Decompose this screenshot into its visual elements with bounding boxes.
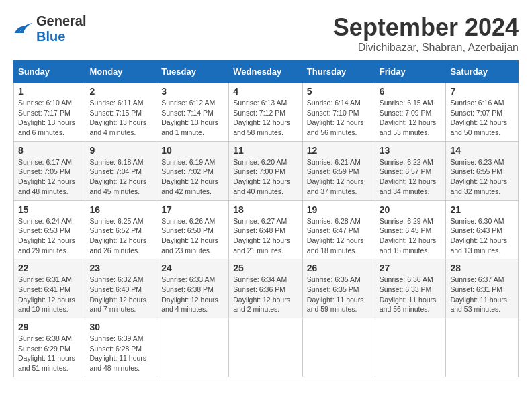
day-info: Sunrise: 6:10 AMSunset: 7:17 PMDaylight:… (18, 98, 81, 138)
calendar-day-cell: 11Sunrise: 6:20 AMSunset: 7:00 PMDayligh… (229, 141, 303, 200)
calendar-day-cell: 5Sunrise: 6:14 AMSunset: 7:10 PMDaylight… (302, 83, 375, 142)
calendar-day-cell: 17Sunrise: 6:26 AMSunset: 6:50 PMDayligh… (157, 200, 229, 259)
calendar-day-cell: 20Sunrise: 6:29 AMSunset: 6:45 PMDayligh… (375, 200, 446, 259)
day-number: 14 (450, 145, 514, 156)
empty-cell (229, 318, 303, 377)
calendar-day-cell: 4Sunrise: 6:13 AMSunset: 7:12 PMDaylight… (229, 83, 303, 142)
day-number: 21 (450, 204, 514, 215)
month-title: September 2024 (333, 13, 519, 42)
day-info: Sunrise: 6:20 AMSunset: 7:00 PMDaylight:… (233, 157, 298, 197)
day-info: Sunrise: 6:30 AMSunset: 6:43 PMDaylight:… (450, 216, 514, 256)
calendar-day-cell: 13Sunrise: 6:22 AMSunset: 6:57 PMDayligh… (375, 141, 446, 200)
day-number: 25 (233, 263, 298, 273)
day-number: 19 (307, 204, 371, 215)
day-info: Sunrise: 6:16 AMSunset: 7:07 PMDaylight:… (450, 98, 514, 138)
day-number: 30 (89, 322, 152, 332)
day-info: Sunrise: 6:12 AMSunset: 7:14 PMDaylight:… (161, 98, 224, 138)
day-info: Sunrise: 6:18 AMSunset: 7:04 PMDaylight:… (89, 157, 152, 197)
day-info: Sunrise: 6:27 AMSunset: 6:48 PMDaylight:… (233, 216, 298, 256)
day-number: 26 (307, 263, 371, 273)
day-info: Sunrise: 6:24 AMSunset: 6:53 PMDaylight:… (18, 216, 81, 256)
calendar-day-cell: 18Sunrise: 6:27 AMSunset: 6:48 PMDayligh… (229, 200, 303, 259)
calendar-day-cell: 19Sunrise: 6:28 AMSunset: 6:47 PMDayligh… (302, 200, 375, 259)
day-info: Sunrise: 6:11 AMSunset: 7:15 PMDaylight:… (89, 98, 152, 138)
calendar-day-cell: 25Sunrise: 6:34 AMSunset: 6:36 PMDayligh… (229, 259, 303, 318)
header-thursday: Thursday (302, 61, 375, 83)
location-text: Divichibazar, Shabran, Azerbaijan (333, 42, 519, 54)
calendar-week-row: 22Sunrise: 6:31 AMSunset: 6:41 PMDayligh… (14, 259, 519, 318)
calendar-day-cell: 29Sunrise: 6:38 AMSunset: 6:29 PMDayligh… (14, 318, 85, 377)
calendar-day-cell: 24Sunrise: 6:33 AMSunset: 6:38 PMDayligh… (157, 259, 229, 318)
day-info: Sunrise: 6:14 AMSunset: 7:10 PMDaylight:… (307, 98, 371, 138)
day-number: 8 (18, 145, 81, 156)
day-number: 15 (18, 204, 81, 215)
calendar-table: SundayMondayTuesdayWednesdayThursdayFrid… (13, 60, 519, 377)
calendar-day-cell: 3Sunrise: 6:12 AMSunset: 7:14 PMDaylight… (157, 83, 229, 142)
calendar-week-row: 1Sunrise: 6:10 AMSunset: 7:17 PMDaylight… (14, 83, 519, 142)
day-info: Sunrise: 6:19 AMSunset: 7:02 PMDaylight:… (161, 157, 224, 197)
calendar-day-cell: 15Sunrise: 6:24 AMSunset: 6:53 PMDayligh… (14, 200, 85, 259)
header-sunday: Sunday (14, 61, 85, 83)
day-number: 18 (233, 204, 298, 215)
calendar-day-cell: 7Sunrise: 6:16 AMSunset: 7:07 PMDaylight… (446, 83, 519, 142)
day-info: Sunrise: 6:37 AMSunset: 6:31 PMDaylight:… (450, 275, 514, 314)
day-number: 23 (89, 263, 152, 273)
day-number: 3 (161, 86, 224, 97)
day-info: Sunrise: 6:26 AMSunset: 6:50 PMDaylight:… (161, 216, 224, 256)
day-number: 12 (307, 145, 371, 156)
header-monday: Monday (85, 61, 157, 83)
calendar-day-cell: 23Sunrise: 6:32 AMSunset: 6:40 PMDayligh… (85, 259, 157, 318)
day-info: Sunrise: 6:32 AMSunset: 6:40 PMDaylight:… (89, 275, 152, 314)
empty-cell (446, 318, 519, 377)
header-saturday: Saturday (446, 61, 519, 83)
header-tuesday: Tuesday (157, 61, 229, 83)
day-number: 22 (18, 263, 81, 273)
page-header: General Blue September 2024 Divichibazar… (13, 13, 519, 54)
day-info: Sunrise: 6:23 AMSunset: 6:55 PMDaylight:… (450, 157, 514, 197)
header-friday: Friday (375, 61, 446, 83)
day-number: 2 (89, 86, 152, 97)
day-number: 13 (380, 145, 442, 156)
day-info: Sunrise: 6:29 AMSunset: 6:45 PMDaylight:… (380, 216, 442, 256)
day-number: 29 (18, 322, 81, 332)
day-number: 9 (89, 145, 152, 156)
calendar-week-row: 15Sunrise: 6:24 AMSunset: 6:53 PMDayligh… (14, 200, 519, 259)
calendar-week-row: 29Sunrise: 6:38 AMSunset: 6:29 PMDayligh… (14, 318, 519, 377)
calendar-day-cell: 6Sunrise: 6:15 AMSunset: 7:09 PMDaylight… (375, 83, 446, 142)
logo-general-text: General (36, 13, 86, 28)
day-info: Sunrise: 6:39 AMSunset: 6:28 PMDaylight:… (89, 334, 152, 373)
day-info: Sunrise: 6:15 AMSunset: 7:09 PMDaylight:… (380, 98, 442, 138)
day-number: 27 (380, 263, 442, 273)
day-info: Sunrise: 6:22 AMSunset: 6:57 PMDaylight:… (380, 157, 442, 197)
day-number: 28 (450, 263, 514, 273)
day-number: 5 (307, 86, 371, 97)
empty-cell (302, 318, 375, 377)
day-number: 11 (233, 145, 298, 156)
empty-cell (375, 318, 446, 377)
calendar-week-row: 8Sunrise: 6:17 AMSunset: 7:05 PMDaylight… (14, 141, 519, 200)
calendar-day-cell: 22Sunrise: 6:31 AMSunset: 6:41 PMDayligh… (14, 259, 85, 318)
day-number: 24 (161, 263, 224, 273)
logo-bird-icon (13, 21, 34, 36)
day-number: 1 (18, 86, 81, 97)
header-wednesday: Wednesday (229, 61, 303, 83)
calendar-day-cell: 1Sunrise: 6:10 AMSunset: 7:17 PMDaylight… (14, 83, 85, 142)
day-number: 4 (233, 86, 298, 97)
title-section: September 2024 Divichibazar, Shabran, Az… (333, 13, 519, 54)
calendar-day-cell: 21Sunrise: 6:30 AMSunset: 6:43 PMDayligh… (446, 200, 519, 259)
day-number: 20 (380, 204, 442, 215)
logo: General Blue (13, 13, 86, 44)
calendar-day-cell: 27Sunrise: 6:36 AMSunset: 6:33 PMDayligh… (375, 259, 446, 318)
empty-cell (157, 318, 229, 377)
day-info: Sunrise: 6:17 AMSunset: 7:05 PMDaylight:… (18, 157, 81, 197)
day-number: 7 (450, 86, 514, 97)
calendar-day-cell: 30Sunrise: 6:39 AMSunset: 6:28 PMDayligh… (85, 318, 157, 377)
calendar-day-cell: 8Sunrise: 6:17 AMSunset: 7:05 PMDaylight… (14, 141, 85, 200)
day-number: 10 (161, 145, 224, 156)
day-info: Sunrise: 6:13 AMSunset: 7:12 PMDaylight:… (233, 98, 298, 138)
day-number: 16 (89, 204, 152, 215)
day-info: Sunrise: 6:28 AMSunset: 6:47 PMDaylight:… (307, 216, 371, 256)
logo-blue-text: Blue (36, 29, 65, 44)
day-info: Sunrise: 6:33 AMSunset: 6:38 PMDaylight:… (161, 275, 224, 314)
calendar-day-cell: 14Sunrise: 6:23 AMSunset: 6:55 PMDayligh… (446, 141, 519, 200)
